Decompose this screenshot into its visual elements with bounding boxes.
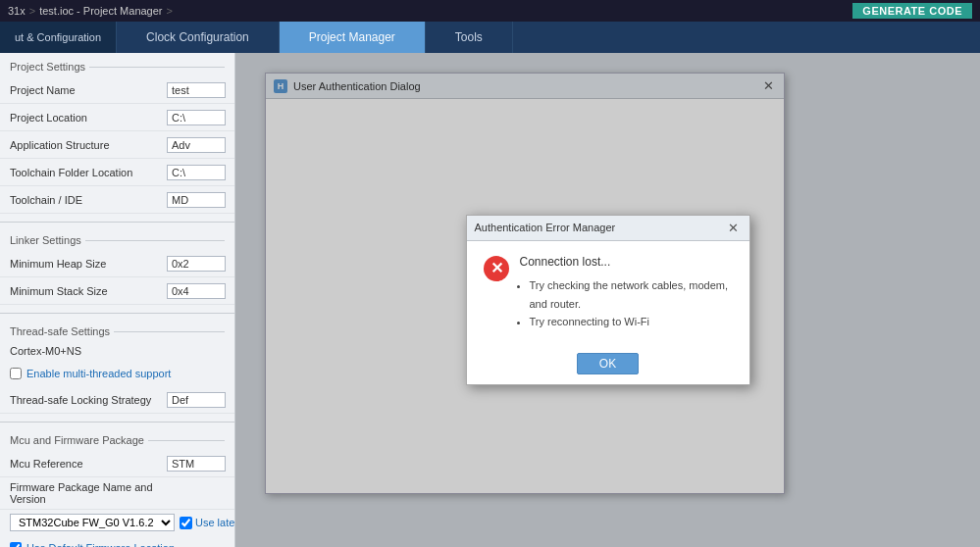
breadcrumb: 31x > test.ioc - Project Manager > (8, 5, 173, 17)
project-settings-section: Project Settings Project Name test Proje… (0, 53, 234, 223)
locking-strategy-row: Thread-safe Locking Strategy Def (0, 386, 234, 414)
toolchain-folder-value[interactable]: C:\ (167, 165, 226, 180)
project-name-label: Project Name (10, 84, 167, 96)
min-stack-value[interactable]: 0x4 (167, 283, 226, 299)
locking-strategy-label: Thread-safe Locking Strategy (10, 394, 167, 406)
toolchain-ide-row: Toolchain / IDE MD (0, 186, 234, 214)
mcu-settings-section: Mcu and Firmware Package Mcu Reference S… (0, 426, 234, 547)
error-content: Connection lost... Try checking the netw… (520, 255, 734, 331)
error-icon: ✕ (483, 255, 510, 282)
svg-text:✕: ✕ (490, 260, 502, 276)
error-dialog-footer: OK (467, 345, 749, 384)
project-name-row: Project Name test (0, 76, 234, 104)
error-dialog-title: Authentication Error Manager (475, 222, 726, 233)
toolchain-folder-label: Toolchain Folder Location (10, 167, 167, 178)
linker-settings-section: Linker Settings Minimum Heap Size 0x2 Mi… (0, 226, 234, 314)
app-structure-label: Application Structure (10, 139, 167, 151)
error-dialog-body: ✕ Connection lost... Try checking the ne… (467, 241, 749, 345)
project-location-label: Project Location (10, 112, 167, 124)
breadcrumb-part2: test.ioc - Project Manager (39, 5, 162, 17)
min-stack-row: Minimum Stack Size 0x4 (0, 277, 234, 305)
mcu-reference-value[interactable]: STM (167, 456, 226, 472)
mcu-reference-row: Mcu Reference STM (0, 450, 234, 477)
thread-settings-title: Thread-safe Settings (0, 318, 234, 341)
tab-clock-config[interactable]: Clock Configuration (117, 22, 280, 53)
breadcrumb-sep2: > (167, 5, 173, 17)
toolchain-ide-label: Toolchain / IDE (10, 194, 167, 206)
nav-tabs: ut & Configuration Clock Configuration P… (0, 22, 980, 53)
breadcrumb-part1: 31x (8, 5, 26, 17)
tab-tools[interactable]: Tools (426, 22, 513, 53)
firmware-label: Firmware Package Name and Version (10, 481, 167, 505)
use-default-firmware-row: Use Default Firmware Location (0, 535, 234, 547)
toolchain-ide-value[interactable]: MD (167, 192, 226, 208)
min-heap-value[interactable]: 0x2 (167, 256, 226, 272)
use-default-firmware-checkbox[interactable] (10, 542, 22, 547)
project-name-value[interactable]: test (167, 82, 226, 98)
min-heap-row: Minimum Heap Size 0x2 (0, 250, 234, 277)
center-area: H User Authentication Dialog ✕ Authentic… (235, 53, 980, 547)
error-detail-item-1: Try checking the network cables, modem, … (530, 276, 734, 313)
cortex-label: Cortex-M0+NS (0, 341, 234, 361)
locking-strategy-value[interactable]: Def (167, 392, 226, 408)
firmware-row: Firmware Package Name and Version (0, 477, 234, 510)
thread-settings-section: Thread-safe Settings Cortex-M0+NS Enable… (0, 318, 234, 423)
project-settings-title: Project Settings (0, 53, 234, 76)
generate-code-button[interactable]: GENERATE CODE (852, 3, 972, 19)
main-content: Project Settings Project Name test Proje… (0, 53, 980, 547)
error-detail-list: Try checking the network cables, modem, … (520, 276, 734, 331)
breadcrumb-sep1: > (29, 5, 35, 17)
app-structure-value[interactable]: Adv (167, 137, 226, 153)
tab-project-manager[interactable]: Project Manager (280, 22, 426, 53)
mcu-settings-title: Mcu and Firmware Package (0, 426, 234, 450)
error-dialog: Authentication Error Manager ✕ ✕ Connect… (466, 215, 750, 385)
error-dialog-title-bar: Authentication Error Manager ✕ (467, 216, 749, 241)
sidebar: Project Settings Project Name test Proje… (0, 53, 235, 547)
min-stack-label: Minimum Stack Size (10, 285, 167, 297)
app-structure-row: Application Structure Adv (0, 131, 234, 159)
error-main-message: Connection lost... (520, 255, 734, 269)
error-detail-item-2: Try reconnecting to Wi-Fi (530, 313, 734, 331)
use-latest-checkbox[interactable] (180, 517, 192, 529)
project-location-row: Project Location C:\ (0, 104, 234, 131)
error-dialog-close-button[interactable]: ✕ (726, 220, 742, 235)
top-bar: 31x > test.ioc - Project Manager > GENER… (0, 0, 980, 22)
error-ok-button[interactable]: OK (577, 353, 639, 374)
tab-pinout-config[interactable]: ut & Configuration (0, 22, 117, 53)
mcu-reference-label: Mcu Reference (10, 458, 167, 470)
error-dialog-overlay: Authentication Error Manager ✕ ✕ Connect… (235, 53, 980, 547)
project-location-value[interactable]: C:\ (167, 110, 226, 125)
use-latest-label[interactable]: Use latest available version (180, 517, 235, 529)
toolchain-folder-row: Toolchain Folder Location C:\ (0, 159, 234, 186)
enable-multithread-label[interactable]: Enable multi-threaded support (26, 368, 171, 379)
linker-settings-title: Linker Settings (0, 226, 234, 250)
min-heap-label: Minimum Heap Size (10, 258, 167, 270)
use-default-firmware-label[interactable]: Use Default Firmware Location (26, 542, 175, 547)
firmware-select[interactable]: STM32Cube FW_G0 V1.6.2 (10, 514, 175, 531)
enable-multithread-row: Enable multi-threaded support (0, 361, 234, 386)
enable-multithread-checkbox[interactable] (10, 368, 22, 379)
firmware-select-row: STM32Cube FW_G0 V1.6.2 Use latest availa… (0, 510, 234, 535)
